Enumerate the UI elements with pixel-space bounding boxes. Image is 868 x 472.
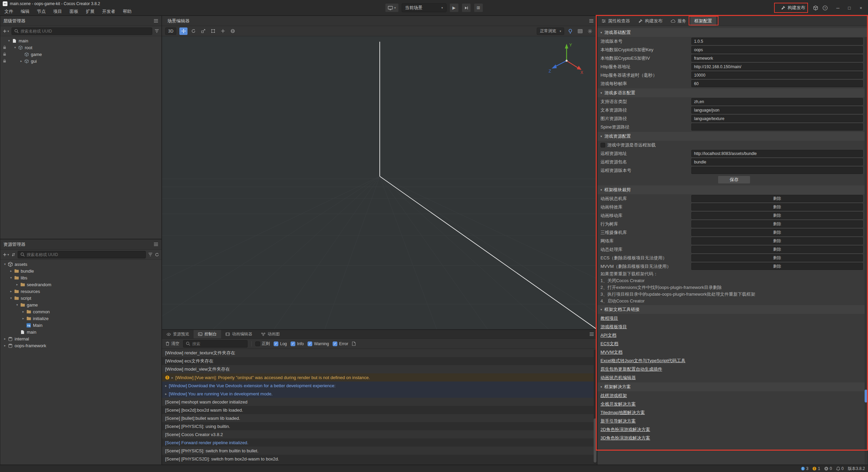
filter-warning-checkbox[interactable]: ✓Warning [308,341,329,346]
export-log-icon[interactable] [352,341,356,346]
scale-tool-button[interactable] [199,27,207,35]
tree-row[interactable]: ▸common [0,308,161,315]
console-search-input[interactable] [192,341,245,346]
expand-arrow-icon[interactable]: ▸ [2,344,7,347]
section-header[interactable]: ▾游戏多语言配置 [597,88,868,97]
package-icon[interactable] [813,5,818,11]
inspector-tab[interactable]: 属性检查器 [597,16,634,26]
assets-search-input[interactable] [27,252,143,257]
minimize-button[interactable]: ─ [832,3,844,13]
tree-row[interactable]: ▸bundle [0,268,161,274]
tree-row[interactable]: main [0,329,161,335]
console-tab[interactable]: 控制台 [194,330,221,338]
tree-row[interactable]: ▸seedrandom [0,281,161,288]
filter-icon[interactable] [155,29,159,33]
recttool-tool-button[interactable] [209,27,217,35]
tree-row[interactable]: game [0,51,161,58]
camera-3d-delete-button[interactable]: 删除 [691,229,863,236]
tree-row[interactable]: ▸oops-framework [0,342,161,349]
rpg-2d-link[interactable]: 2D角色扮演游戏解决方案 [600,427,650,433]
add-asset-button[interactable]: ▾ [3,253,9,257]
inspector-tab[interactable]: 构建发布 [634,16,667,26]
world-tool-button[interactable] [229,27,237,35]
log-row[interactable]: ▸[Window] You are running Vue in develop… [162,390,597,398]
tree-row[interactable]: ▸resources [0,288,161,295]
panel-menu-icon[interactable] [154,19,158,23]
inspector-scrollbar[interactable] [865,37,867,464]
expand-arrow-icon[interactable]: ▾ [6,39,12,42]
section-header[interactable]: ▾框架解决方案 [597,382,868,391]
error-count-badge[interactable]: 0 [824,466,832,471]
expand-arrow-icon[interactable]: ▸ [8,269,14,273]
lock-icon[interactable] [2,52,7,56]
panel-menu-icon[interactable] [154,242,158,246]
network-delete-button[interactable]: 删除 [691,237,863,244]
scene-select[interactable]: 当前场景 ▾ [401,3,446,12]
tree-row[interactable]: ▾root [0,44,161,51]
section-header[interactable]: ▾框架文档工具链接 [597,305,868,314]
expand-arrow-icon[interactable]: ▾ [8,276,14,279]
fullstack-link[interactable]: 全栈开发解决方案 [600,401,636,407]
http-server-input[interactable] [691,63,863,70]
log-row[interactable]: [Scene] meshopt wasm decoder initialized [162,398,597,406]
tree-row[interactable]: ▸initialize [0,315,161,322]
close-button[interactable]: × [855,3,867,13]
spine-path-input[interactable] [691,123,863,131]
animator-editor-link[interactable]: 动画状态机编辑器 [600,375,636,381]
tree-row[interactable]: TSMain [0,322,161,329]
dynamic-delete-button[interactable]: 删除 [691,246,863,253]
crypto-iv-input[interactable] [691,55,863,62]
inspector-tab[interactable]: 框架配置 [690,16,716,26]
animator-effect-delete-button[interactable]: 删除 [691,203,863,211]
behavior-tree-delete-button[interactable]: 删除 [691,220,863,228]
expand-arrow-icon[interactable]: ▾ [15,303,20,307]
texture-path-input[interactable] [691,115,863,122]
template-project-link[interactable]: 游戏模板项目 [600,324,627,330]
remote-bundle-input[interactable] [691,158,863,165]
log-row[interactable]: [Scene] [bullet]:bullet wasm lib loaded. [162,414,597,422]
war-chess-link[interactable]: 战棋游戏框架 [600,393,627,399]
move-tool-button[interactable] [179,27,188,35]
regex-checkbox[interactable]: 正则 [255,341,270,347]
hot-update-plugin-link[interactable]: 原生包热更新配置自动生成插件 [600,366,662,372]
languages-input[interactable] [691,98,863,105]
expand-arrow-icon[interactable]: ▸ [2,337,7,340]
info-count-badge[interactable]: 3 [801,466,809,471]
expand-arrow-icon[interactable]: ▸ [19,59,24,63]
ecs-delete-button[interactable]: 删除 [691,254,863,261]
menu-item[interactable]: 文件 [1,8,17,15]
panel-menu-icon[interactable] [589,19,594,23]
preview-target-button[interactable]: ▾ [385,3,399,12]
remote-url-input[interactable] [691,150,863,157]
view-mode-select[interactable]: 正常浏览 ▾ [537,27,564,35]
section-header[interactable]: ▾框架模块裁剪 [597,185,868,194]
expand-arrow-icon[interactable]: ▸ [172,376,173,379]
menu-item[interactable]: 面板 [66,8,82,15]
step-button[interactable] [461,3,471,12]
warning-count-badge[interactable]: 1 [812,466,820,471]
expand-arrow-icon[interactable]: ▸ [8,290,14,293]
guide-link[interactable]: 新手引导解决方案 [600,418,636,424]
build-publish-button[interactable]: 构建发布 [777,3,809,13]
log-row[interactable]: ▸[Window] [Vue warn]: Property "onInput"… [162,373,597,381]
menu-item[interactable]: 帮助 [119,8,135,15]
expand-arrow-icon[interactable]: ▸ [15,283,20,286]
tiledmap-link[interactable]: Tiledmap地图解决方案 [600,410,645,416]
expand-arrow-icon[interactable]: ▸ [165,392,167,396]
ecs-doc-link[interactable]: ECS文档 [600,341,618,347]
tree-row[interactable]: ▾game [0,301,161,308]
log-row[interactable]: [Scene] [box2d]:box2d wasm lib loaded. [162,406,597,414]
help-icon[interactable]: ? [823,5,828,11]
menu-item[interactable]: 编辑 [17,8,33,15]
add-node-button[interactable]: ▾ [3,29,9,33]
log-row[interactable]: ▸[Window] Download the Vue Devtools exte… [162,381,597,390]
anchor-tool-button[interactable] [219,27,227,35]
section-header[interactable]: ▾游戏资源配置 [597,132,868,141]
excel-tool-link[interactable]: Excel格式转Json文件与TypeScript代码工具 [600,358,686,364]
tree-row[interactable]: ▾main [0,37,161,44]
tutorial-project-link[interactable]: 教程项目 [600,315,618,321]
mvvm-doc-link[interactable]: MVVM文档 [600,349,623,355]
rotate-tool-button[interactable] [189,27,197,35]
notification-bell[interactable]: 0 [836,466,844,471]
log-row[interactable]: [Scene] [PHYSICS]: using builtin. [162,422,597,430]
